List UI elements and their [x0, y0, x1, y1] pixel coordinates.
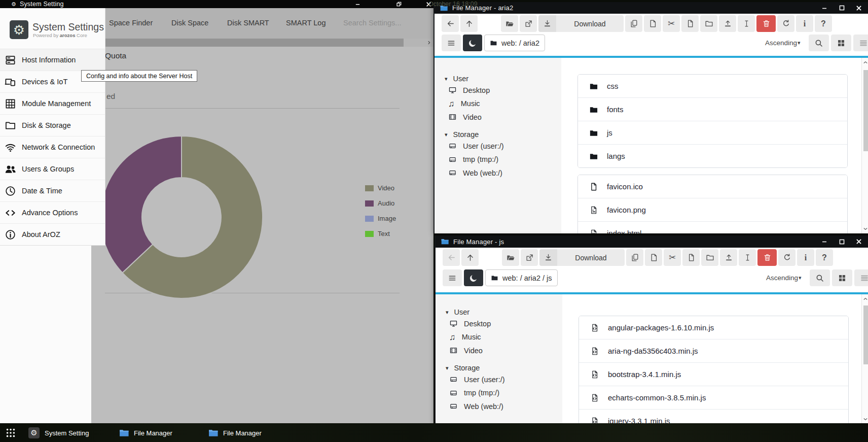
tree-item-video[interactable]: Video — [448, 113, 482, 121]
info-button[interactable]: i — [796, 15, 813, 32]
hamburger-menu-button[interactable] — [442, 35, 461, 51]
file-row-favicon-png[interactable]: favicon.png — [578, 198, 847, 222]
up-button[interactable] — [461, 249, 479, 266]
openfolder-button[interactable] — [501, 15, 518, 32]
newfile-button[interactable] — [681, 15, 699, 32]
chevron-down-icon[interactable]: ▾ — [799, 275, 802, 281]
trash-button[interactable] — [757, 249, 777, 266]
sidebar-item-advance-options[interactable]: Advance Options — [0, 202, 105, 224]
taskbar-item-system-setting-0[interactable]: ⚙System Setting — [28, 424, 89, 442]
tree-item-web-web-[interactable]: Web (web:/) — [449, 402, 503, 411]
file-row-css[interactable]: css — [578, 75, 847, 98]
sidebar-item-date-time[interactable]: Date & Time — [0, 180, 105, 202]
back-button[interactable] — [443, 249, 460, 266]
horizontal-scrollbar[interactable] — [91, 39, 433, 47]
tab-disk-space[interactable]: Disk Space — [171, 19, 208, 27]
up-button[interactable] — [460, 15, 478, 32]
settings-search-placeholder[interactable]: Search Settings... — [343, 19, 401, 27]
download-button[interactable]: Download — [557, 249, 625, 266]
dark-mode-moon-button[interactable] — [463, 35, 482, 51]
search-button[interactable] — [809, 35, 829, 51]
file-row-echarts-common-3-8-5-min-js[interactable]: echarts-common-3.8.5.min.js — [579, 386, 848, 410]
scroll-up-icon[interactable] — [862, 295, 868, 302]
dark-mode-moon-button[interactable] — [464, 269, 483, 286]
titlebar[interactable]: File Manager - aria2 — [435, 2, 868, 14]
scroll-right-icon[interactable] — [425, 39, 432, 47]
ibeam-button[interactable] — [739, 249, 756, 266]
sidebar-item-host-information[interactable]: Host Information — [0, 49, 105, 71]
maximize-button[interactable] — [835, 2, 849, 14]
scrollbar-thumb[interactable] — [863, 305, 868, 364]
tree-item-user-user-[interactable]: User (user:/) — [449, 375, 505, 384]
maximize-button[interactable] — [835, 235, 849, 248]
copy-button[interactable] — [626, 249, 643, 266]
refresh-button[interactable] — [778, 249, 795, 266]
external-button[interactable] — [521, 249, 538, 266]
ibeam-button[interactable] — [738, 15, 755, 32]
tree-item-music[interactable]: ♫Music — [449, 333, 481, 342]
taskbar-item-file-manager-2[interactable]: File Manager — [208, 424, 262, 442]
tree-section-user[interactable]: ▾ User — [446, 308, 469, 316]
hamburger-menu-button[interactable] — [443, 269, 462, 286]
file-row-angular-packages-1-6-10-min-js[interactable]: angular-packages-1.6.10.min.js — [579, 316, 848, 339]
newfile-button[interactable] — [682, 249, 700, 266]
list-view-button[interactable] — [853, 35, 868, 51]
sidebar-item-network-connection[interactable]: Network & Connection — [0, 137, 105, 158]
sidebar-item-about-aroz[interactable]: About ArOZ — [0, 224, 105, 245]
copy-button[interactable] — [625, 15, 642, 32]
list-view-button[interactable] — [854, 269, 868, 286]
breadcrumb[interactable]: web: / aria2 — [484, 35, 545, 51]
download-icon-button[interactable] — [539, 249, 557, 266]
cut-button[interactable]: ✂ — [664, 249, 681, 266]
grid-view-button[interactable] — [832, 269, 852, 286]
external-button[interactable] — [520, 15, 537, 32]
vertical-scrollbar[interactable] — [861, 294, 868, 424]
file-row-js[interactable]: js — [578, 121, 847, 145]
refresh-button[interactable] — [777, 15, 794, 32]
sidebar-item-disk-storage[interactable]: Disk & Storage — [0, 115, 105, 137]
app-launcher-button[interactable] — [5, 424, 16, 442]
file-row-bootstrap-3-4-1-min-js[interactable]: bootstrap-3.4.1.min.js — [579, 363, 848, 386]
newfolder-button[interactable] — [701, 249, 718, 266]
legend-item-text[interactable]: Text — [365, 230, 390, 237]
tree-item-desktop[interactable]: Desktop — [448, 86, 490, 94]
tree-item-tmp-tmp-[interactable]: tmp (tmp:/) — [448, 155, 498, 164]
tab-smart-log[interactable]: SMART Log — [286, 19, 326, 27]
tree-item-video[interactable]: Video — [449, 346, 483, 355]
tree-section-user[interactable]: ▾ User — [445, 75, 468, 83]
grid-view-button[interactable] — [831, 35, 851, 51]
paste-button[interactable] — [645, 249, 662, 266]
info-button[interactable]: i — [797, 249, 814, 266]
sort-order-label[interactable]: Ascending — [766, 274, 798, 282]
vertical-scrollbar[interactable] — [861, 58, 868, 233]
restore-button[interactable] — [391, 0, 407, 8]
tree-item-music[interactable]: ♫Music — [448, 99, 480, 108]
tree-item-desktop[interactable]: Desktop — [449, 319, 491, 328]
legend-item-video[interactable]: Video — [365, 184, 394, 192]
tree-item-tmp-tmp-[interactable]: tmp (tmp:/) — [449, 389, 499, 397]
trash-button[interactable] — [756, 15, 776, 32]
close-icon[interactable] — [852, 2, 866, 14]
cut-button[interactable]: ✂ — [663, 15, 680, 32]
back-button[interactable] — [442, 15, 459, 32]
file-row-favicon-ico[interactable]: favicon.ico — [578, 175, 847, 198]
file-row-jquery-3-3-1-min-js[interactable]: jquery-3.3.1.min.js — [579, 410, 848, 424]
file-row-index-html[interactable]: index.html — [578, 222, 847, 233]
tab-disk-smart[interactable]: Disk SMART — [227, 19, 269, 27]
scroll-up-icon[interactable] — [862, 59, 868, 66]
minimize-button[interactable] — [817, 2, 831, 14]
chevron-down-icon[interactable]: ▾ — [798, 40, 801, 46]
sidebar-item-module-management[interactable]: Module Management — [0, 93, 105, 115]
file-row-fonts[interactable]: fonts — [578, 98, 847, 121]
minimize-button[interactable] — [817, 235, 831, 248]
help-button[interactable]: ? — [815, 15, 832, 32]
sidebar-item-users-groups[interactable]: Users & Groups — [0, 158, 105, 180]
file-row-langs[interactable]: langs — [578, 145, 847, 167]
openfolder-button[interactable] — [502, 249, 519, 266]
tree-section-storage[interactable]: ▾ Storage — [445, 130, 479, 139]
upload-button[interactable] — [719, 15, 736, 32]
tree-section-storage[interactable]: ▾ Storage — [446, 364, 480, 372]
help-button[interactable]: ? — [816, 249, 833, 266]
download-icon-button[interactable] — [538, 15, 556, 32]
close-icon[interactable] — [852, 235, 866, 248]
